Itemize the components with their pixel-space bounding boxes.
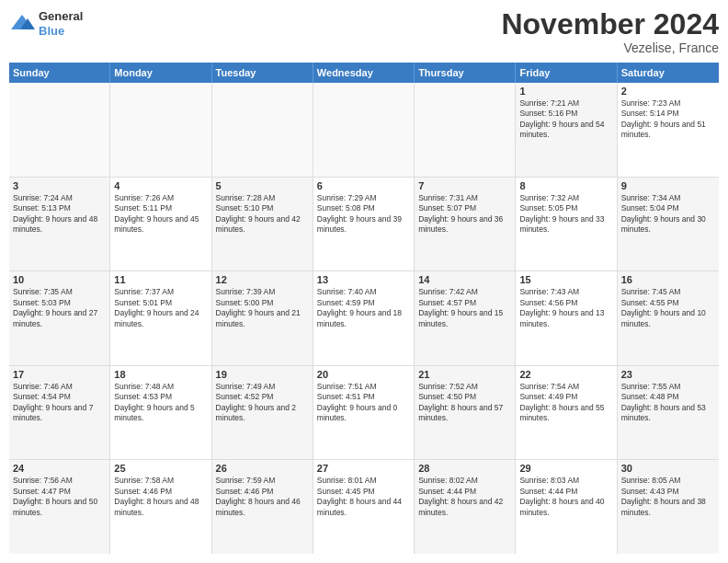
day-number: 28	[418, 463, 511, 474]
day-details: Sunrise: 7:42 AM Sunset: 4:57 PM Dayligh…	[418, 287, 511, 329]
calendar-body: 1Sunrise: 7:21 AM Sunset: 5:16 PM Daylig…	[9, 83, 719, 554]
day-cell-21: 21Sunrise: 7:52 AM Sunset: 4:50 PM Dayli…	[415, 366, 516, 460]
day-number: 1	[519, 86, 612, 97]
logo-line1: General	[39, 9, 83, 24]
empty-cell-0-1	[110, 83, 211, 177]
day-details: Sunrise: 7:51 AM Sunset: 4:51 PM Dayligh…	[317, 382, 410, 424]
day-number: 2	[621, 86, 715, 97]
day-details: Sunrise: 7:32 AM Sunset: 5:05 PM Dayligh…	[519, 193, 612, 236]
day-details: Sunrise: 8:01 AM Sunset: 4:45 PM Dayligh…	[317, 476, 410, 518]
day-details: Sunrise: 7:52 AM Sunset: 4:50 PM Dayligh…	[418, 382, 511, 424]
day-cell-16: 16Sunrise: 7:45 AM Sunset: 4:55 PM Dayli…	[618, 271, 719, 365]
day-number: 15	[519, 274, 612, 285]
empty-cell-0-2	[212, 83, 313, 177]
day-cell-3: 3Sunrise: 7:24 AM Sunset: 5:13 PM Daylig…	[9, 178, 110, 271]
day-details: Sunrise: 7:48 AM Sunset: 4:53 PM Dayligh…	[114, 382, 207, 424]
empty-cell-0-0	[9, 83, 110, 177]
day-number: 30	[621, 463, 715, 474]
day-cell-27: 27Sunrise: 8:01 AM Sunset: 4:45 PM Dayli…	[313, 460, 415, 554]
header-cell-saturday: Saturday	[618, 63, 719, 83]
day-number: 16	[621, 274, 715, 285]
day-cell-18: 18Sunrise: 7:48 AM Sunset: 4:53 PM Dayli…	[110, 366, 211, 460]
day-cell-1: 1Sunrise: 7:21 AM Sunset: 5:16 PM Daylig…	[516, 83, 617, 177]
day-number: 12	[216, 274, 309, 285]
day-cell-15: 15Sunrise: 7:43 AM Sunset: 4:56 PM Dayli…	[516, 271, 617, 365]
day-details: Sunrise: 8:05 AM Sunset: 4:43 PM Dayligh…	[621, 476, 715, 518]
day-number: 21	[418, 369, 511, 380]
day-number: 18	[114, 369, 207, 380]
day-cell-14: 14Sunrise: 7:42 AM Sunset: 4:57 PM Dayli…	[415, 271, 516, 365]
calendar: SundayMondayTuesdayWednesdayThursdayFrid…	[9, 63, 719, 554]
day-number: 6	[317, 180, 410, 191]
day-cell-19: 19Sunrise: 7:49 AM Sunset: 4:52 PM Dayli…	[212, 366, 313, 460]
day-number: 17	[13, 369, 106, 380]
day-details: Sunrise: 7:59 AM Sunset: 4:46 PM Dayligh…	[216, 476, 309, 518]
month-title: November 2024	[501, 9, 719, 39]
day-details: Sunrise: 7:28 AM Sunset: 5:10 PM Dayligh…	[216, 193, 309, 236]
day-cell-12: 12Sunrise: 7:39 AM Sunset: 5:00 PM Dayli…	[212, 271, 313, 365]
day-number: 5	[216, 180, 309, 191]
day-cell-23: 23Sunrise: 7:55 AM Sunset: 4:48 PM Dayli…	[618, 366, 719, 460]
day-number: 25	[114, 463, 207, 474]
calendar-row-0: 1Sunrise: 7:21 AM Sunset: 5:16 PM Daylig…	[9, 83, 719, 178]
day-cell-29: 29Sunrise: 8:03 AM Sunset: 4:44 PM Dayli…	[516, 460, 617, 554]
header-cell-thursday: Thursday	[415, 63, 516, 83]
day-number: 9	[621, 180, 715, 191]
calendar-row-4: 24Sunrise: 7:56 AM Sunset: 4:47 PM Dayli…	[9, 460, 719, 554]
day-details: Sunrise: 7:56 AM Sunset: 4:47 PM Dayligh…	[13, 476, 106, 518]
header-cell-friday: Friday	[516, 63, 617, 83]
day-cell-7: 7Sunrise: 7:31 AM Sunset: 5:07 PM Daylig…	[415, 178, 516, 271]
calendar-header: SundayMondayTuesdayWednesdayThursdayFrid…	[9, 63, 719, 83]
day-cell-8: 8Sunrise: 7:32 AM Sunset: 5:05 PM Daylig…	[516, 178, 617, 271]
day-cell-2: 2Sunrise: 7:23 AM Sunset: 5:14 PM Daylig…	[618, 83, 719, 177]
day-number: 11	[114, 274, 207, 285]
calendar-row-3: 17Sunrise: 7:46 AM Sunset: 4:54 PM Dayli…	[9, 366, 719, 461]
header-cell-monday: Monday	[110, 63, 211, 83]
day-number: 10	[13, 274, 106, 285]
day-cell-13: 13Sunrise: 7:40 AM Sunset: 4:59 PM Dayli…	[313, 271, 415, 365]
day-details: Sunrise: 7:39 AM Sunset: 5:00 PM Dayligh…	[216, 287, 309, 329]
empty-cell-0-3	[313, 83, 415, 177]
day-details: Sunrise: 8:03 AM Sunset: 4:44 PM Dayligh…	[519, 476, 612, 518]
logo-icon	[9, 13, 35, 35]
day-cell-22: 22Sunrise: 7:54 AM Sunset: 4:49 PM Dayli…	[516, 366, 617, 460]
day-details: Sunrise: 7:35 AM Sunset: 5:03 PM Dayligh…	[13, 287, 106, 329]
day-details: Sunrise: 7:58 AM Sunset: 4:46 PM Dayligh…	[114, 476, 207, 518]
day-cell-6: 6Sunrise: 7:29 AM Sunset: 5:08 PM Daylig…	[313, 178, 415, 271]
day-number: 13	[317, 274, 410, 285]
logo: General Blue	[9, 9, 83, 38]
day-cell-11: 11Sunrise: 7:37 AM Sunset: 5:01 PM Dayli…	[110, 271, 211, 365]
calendar-row-1: 3Sunrise: 7:24 AM Sunset: 5:13 PM Daylig…	[9, 178, 719, 272]
day-details: Sunrise: 7:49 AM Sunset: 4:52 PM Dayligh…	[216, 382, 309, 424]
logo-text: General Blue	[39, 9, 83, 38]
day-details: Sunrise: 7:26 AM Sunset: 5:11 PM Dayligh…	[114, 193, 207, 236]
day-details: Sunrise: 7:46 AM Sunset: 4:54 PM Dayligh…	[13, 382, 106, 424]
day-number: 26	[216, 463, 309, 474]
header-cell-sunday: Sunday	[9, 63, 110, 83]
day-number: 20	[317, 369, 410, 380]
day-details: Sunrise: 8:02 AM Sunset: 4:44 PM Dayligh…	[418, 476, 511, 518]
calendar-row-2: 10Sunrise: 7:35 AM Sunset: 5:03 PM Dayli…	[9, 271, 719, 366]
header: General Blue November 2024 Vezelise, Fra…	[9, 9, 719, 55]
day-details: Sunrise: 7:55 AM Sunset: 4:48 PM Dayligh…	[621, 382, 715, 424]
day-cell-17: 17Sunrise: 7:46 AM Sunset: 4:54 PM Dayli…	[9, 366, 110, 460]
day-details: Sunrise: 7:23 AM Sunset: 5:14 PM Dayligh…	[621, 98, 715, 141]
day-details: Sunrise: 7:43 AM Sunset: 4:56 PM Dayligh…	[519, 287, 612, 329]
title-section: November 2024 Vezelise, France	[501, 9, 719, 55]
day-number: 24	[13, 463, 106, 474]
day-cell-28: 28Sunrise: 8:02 AM Sunset: 4:44 PM Dayli…	[415, 460, 516, 554]
day-details: Sunrise: 7:21 AM Sunset: 5:16 PM Dayligh…	[519, 98, 612, 141]
day-number: 27	[317, 463, 410, 474]
day-details: Sunrise: 7:45 AM Sunset: 4:55 PM Dayligh…	[621, 287, 715, 329]
header-cell-wednesday: Wednesday	[313, 63, 415, 83]
day-number: 14	[418, 274, 511, 285]
day-details: Sunrise: 7:37 AM Sunset: 5:01 PM Dayligh…	[114, 287, 207, 329]
day-number: 8	[519, 180, 612, 191]
day-cell-10: 10Sunrise: 7:35 AM Sunset: 5:03 PM Dayli…	[9, 271, 110, 365]
day-number: 3	[13, 180, 106, 191]
day-cell-24: 24Sunrise: 7:56 AM Sunset: 4:47 PM Dayli…	[9, 460, 110, 554]
day-details: Sunrise: 7:24 AM Sunset: 5:13 PM Dayligh…	[13, 193, 106, 236]
day-number: 22	[519, 369, 612, 380]
location: Vezelise, France	[501, 40, 719, 55]
day-cell-25: 25Sunrise: 7:58 AM Sunset: 4:46 PM Dayli…	[110, 460, 211, 554]
